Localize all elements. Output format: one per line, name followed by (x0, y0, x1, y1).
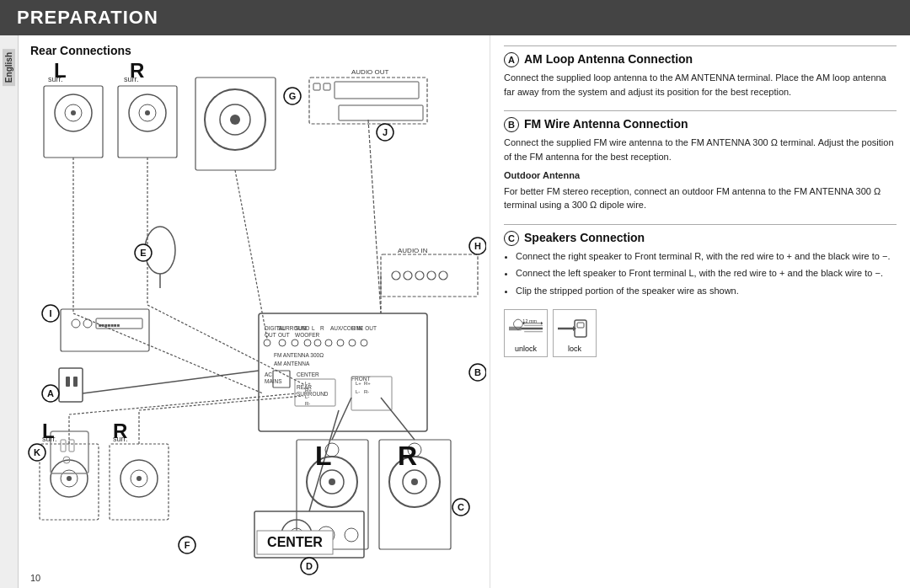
svg-text:MAINS: MAINS (265, 378, 282, 384)
header: PREPARATION (0, 0, 910, 35)
svg-point-4 (71, 110, 76, 115)
svg-point-72 (136, 476, 142, 481)
svg-text:L+: L+ (356, 381, 361, 386)
svg-rect-162 (577, 323, 584, 328)
svg-text:L+: L+ (305, 381, 311, 386)
section-a-body: Connect the supplied loop antenna to the… (504, 71, 897, 99)
section-a-title: AM Loop Antenna Connection (524, 51, 693, 67)
svg-point-8 (145, 110, 150, 115)
svg-text:R-: R- (364, 389, 369, 394)
section-a-header: A AM Loop Antenna Connection (504, 45, 897, 67)
svg-text:C: C (458, 502, 464, 512)
svg-text:R+: R+ (305, 388, 312, 393)
section-c-bullets: Connect the right speaker to Front termi… (504, 249, 897, 298)
section-title: Rear Connections (19, 35, 490, 62)
svg-text:L: L (54, 61, 67, 82)
sidebar-lang: English (0, 35, 19, 588)
svg-text:G: G (289, 91, 297, 101)
page-number: 10 (30, 573, 40, 583)
svg-text:AUDIO OUT: AUDIO OUT (351, 68, 389, 76)
bullet-1: Connect the right speaker to Front termi… (516, 249, 897, 264)
unlock-label: unlock (515, 345, 537, 353)
section-c-header: C Speakers Connection (504, 224, 897, 246)
svg-rect-96 (73, 377, 78, 387)
svg-point-68 (67, 476, 72, 481)
section-a: A AM Loop Antenna Connection Connect the… (504, 45, 897, 99)
svg-text:SUB: SUB (295, 325, 306, 331)
svg-text:E: E (140, 248, 146, 258)
svg-text:L: L (42, 420, 55, 442)
svg-text:R: R (398, 441, 417, 471)
svg-text:D: D (306, 561, 313, 571)
section-c-title: Speakers Connection (524, 230, 645, 245)
svg-point-76 (329, 478, 335, 485)
svg-text:B: B (474, 367, 481, 377)
svg-text:R: R (320, 325, 324, 331)
header-title: PREPARATION (17, 7, 158, 28)
section-c-body: Connect the right speaker to Front termi… (504, 249, 897, 298)
section-b: B FM Wire Antenna Connection Connect the… (504, 110, 897, 212)
svg-text:R+: R+ (364, 381, 371, 386)
diagram-svg: AUDIO OUT AUDIO IN DIGITAL OUT SURROUND … (19, 61, 486, 583)
svg-text:I: I (49, 308, 51, 318)
svg-rect-0 (19, 61, 486, 583)
svg-text:F: F (185, 540, 190, 550)
section-a-letter: A (504, 52, 519, 67)
svg-text:A: A (47, 388, 54, 398)
lock-illustration (558, 315, 592, 342)
svg-rect-95 (66, 377, 70, 387)
lock-box: lock (553, 309, 597, 357)
svg-point-12 (230, 115, 240, 125)
svg-text:R-: R- (305, 401, 310, 406)
svg-text:SURROUND: SURROUND (297, 391, 329, 397)
outdoor-antenna-body: For better FM stereo reception, connect … (504, 186, 881, 211)
lang-label: English (3, 49, 15, 86)
section-c: C Speakers Connection Connect the right … (504, 224, 897, 298)
lock-label: lock (568, 345, 581, 353)
unlock-box: 12 mm unlock (504, 309, 548, 357)
svg-text:K: K (34, 447, 40, 457)
svg-text:L-: L- (356, 389, 360, 394)
svg-text:L: L (312, 325, 315, 331)
svg-text:AM ANTENNA: AM ANTENNA (274, 361, 310, 366)
section-b-title: FM Wire Antenna Connection (524, 116, 688, 131)
text-area: A AM Loop Antenna Connection Connect the… (490, 35, 910, 588)
svg-text:12 mm: 12 mm (522, 318, 537, 323)
svg-text:L: L (315, 441, 332, 471)
svg-text:WOOFER: WOOFER (295, 332, 320, 338)
svg-text:CENTER: CENTER (297, 372, 319, 377)
section-b-header: B FM Wire Antenna Connection (504, 110, 897, 132)
svg-text:FM ANTENNA 300Ω: FM ANTENNA 300Ω (274, 352, 324, 358)
bullet-3: Clip the stripped portion of the speaker… (516, 284, 897, 298)
svg-text:CENTER: CENTER (267, 535, 323, 549)
section-c-letter: C (504, 231, 519, 246)
svg-text:LINE OUT: LINE OUT (351, 325, 377, 331)
svg-text:AUDIO IN: AUDIO IN (398, 247, 428, 254)
svg-text:AC: AC (265, 372, 272, 377)
svg-text:OUT: OUT (278, 332, 290, 338)
svg-marker-160 (541, 321, 543, 324)
unlock-lock-area: 12 mm unlock (504, 309, 897, 357)
svg-text:H: H (474, 241, 481, 251)
svg-point-81 (411, 478, 418, 485)
section-b-letter: B (504, 117, 519, 132)
svg-text:R: R (113, 420, 127, 442)
svg-text:L-: L- (305, 394, 309, 399)
section-b-body: Connect the supplied FM wire antenna to … (504, 136, 897, 212)
bullet-2: Connect the left speaker to Front termin… (516, 266, 897, 281)
svg-text:R: R (130, 61, 144, 82)
svg-text:J: J (383, 127, 388, 137)
unlock-illustration: 12 mm (509, 315, 543, 342)
lock-icon-area (558, 313, 592, 343)
outdoor-antenna-title: Outdoor Antenna (504, 168, 897, 183)
unlock-icon-area: 12 mm (509, 313, 543, 343)
diagram-area: Rear Connections (19, 35, 490, 588)
